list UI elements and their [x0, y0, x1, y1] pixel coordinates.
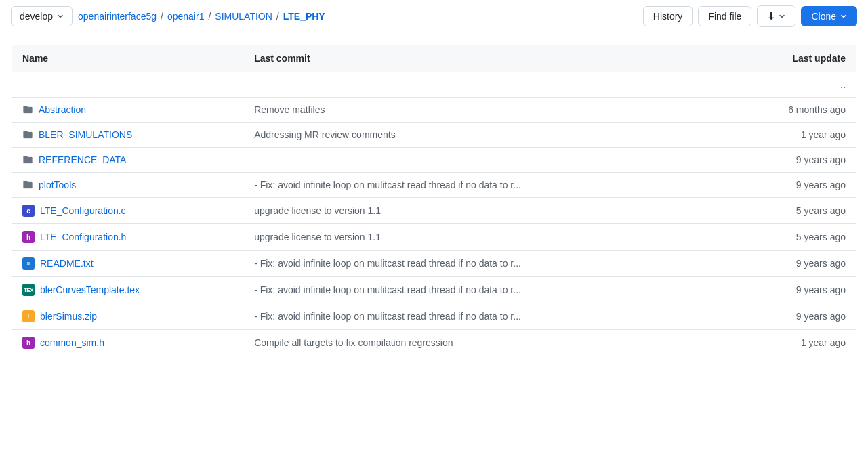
clone-label: Clone	[811, 11, 836, 22]
table-row-parent: ..	[12, 72, 857, 98]
commit-message: - Fix: avoid infinite loop on mulitcast …	[243, 173, 724, 198]
file-link[interactable]: blerSimus.zip	[40, 311, 97, 322]
folder-icon	[22, 104, 33, 115]
last-update: 9 years ago	[724, 277, 857, 303]
branch-label: develop	[20, 11, 53, 22]
col-commit: Last commit	[243, 45, 724, 72]
history-button[interactable]: History	[643, 6, 693, 26]
table-row: h common_sim.h Compile all targets to fi…	[12, 330, 857, 356]
breadcrumb-sep-0: /	[161, 11, 163, 22]
file-link[interactable]: LTE_Configuration.h	[40, 232, 126, 242]
file-table: Name Last commit Last update .. Abstract…	[11, 44, 857, 356]
file-link[interactable]: LTE_Configuration.c	[40, 205, 126, 216]
chevron-down-icon	[840, 13, 847, 20]
col-name: Name	[12, 45, 244, 72]
download-button[interactable]: ⬇	[757, 5, 795, 27]
commit-message: upgrade license to version 1.1	[243, 198, 724, 224]
last-update: 9 years ago	[724, 251, 857, 277]
file-link[interactable]: common_sim.h	[40, 337, 104, 348]
file-name-cell: BLER_SIMULATIONS	[22, 129, 232, 140]
file-name-cell: ≡ README.txt	[22, 257, 232, 270]
last-update: 5 years ago	[724, 224, 857, 251]
branch-dropdown[interactable]: develop	[11, 6, 73, 26]
last-update: 1 year ago	[724, 123, 857, 148]
tex-file-icon: TEX	[22, 284, 35, 296]
breadcrumb-current: LTE_PHY	[283, 11, 325, 22]
file-name-cell: REFERENCE_DATA	[22, 154, 232, 165]
commit-message: Addressing MR review comments	[243, 123, 724, 148]
breadcrumb-link-1[interactable]: openair1	[167, 11, 205, 22]
file-name-cell: h common_sim.h	[22, 337, 232, 349]
commit-message: Remove matfiles	[243, 98, 724, 123]
file-name-cell: TEX blerCurvesTemplate.tex	[22, 284, 232, 296]
find-file-button[interactable]: Find file	[698, 6, 751, 26]
commit-message: Compile all targets to fix compilation r…	[243, 330, 724, 356]
breadcrumb-sep-2: /	[276, 11, 279, 22]
table-row: plotTools - Fix: avoid infinite loop on …	[12, 173, 857, 198]
folder-icon	[22, 154, 33, 165]
file-link[interactable]: BLER_SIMULATIONS	[39, 129, 132, 140]
file-name-cell: plotTools	[22, 179, 232, 190]
last-update: 1 year ago	[724, 330, 857, 356]
top-actions: History Find file ⬇ Clone	[643, 5, 857, 27]
clone-button[interactable]: Clone	[801, 6, 857, 26]
chevron-down-icon	[57, 13, 64, 20]
table-header: Name Last commit Last update	[12, 45, 857, 72]
breadcrumb-link-0[interactable]: openairinterface5g	[78, 11, 157, 22]
file-name-cell: c LTE_Configuration.c	[22, 205, 232, 217]
file-link[interactable]: Abstraction	[39, 104, 86, 115]
commit-message: - Fix: avoid infinite loop on mulitcast …	[243, 251, 724, 277]
table-row: h LTE_Configuration.h upgrade license to…	[12, 224, 857, 251]
last-update: 9 years ago	[724, 148, 857, 173]
table-row: Abstraction Remove matfiles6 months ago	[12, 98, 857, 123]
file-name-cell: ! blerSimus.zip	[22, 310, 232, 322]
file-link[interactable]: REFERENCE_DATA	[39, 154, 126, 165]
breadcrumb-sep-1: /	[208, 11, 211, 22]
folder-icon	[22, 179, 33, 190]
commit-message: - Fix: avoid infinite loop on mulitcast …	[243, 277, 724, 303]
last-update: 9 years ago	[724, 173, 857, 198]
txt-file-icon: ≡	[22, 257, 35, 270]
folder-icon	[22, 129, 33, 140]
download-icon: ⬇	[767, 10, 776, 22]
parent-dir-link[interactable]: ..	[840, 79, 846, 90]
file-link[interactable]: plotTools	[39, 179, 76, 190]
zip-file-icon: !	[22, 310, 35, 322]
chevron-down-icon	[779, 13, 785, 20]
breadcrumb-link-2[interactable]: SIMULATION	[215, 11, 272, 22]
file-name-cell: Abstraction	[22, 104, 232, 115]
file-link[interactable]: README.txt	[40, 258, 94, 269]
h-file-icon: h	[22, 231, 35, 243]
commit-message: upgrade license to version 1.1	[243, 224, 724, 251]
h-file-icon: h	[22, 337, 35, 349]
breadcrumb: openairinterface5g / openair1 / SIMULATI…	[78, 11, 638, 22]
table-row: c LTE_Configuration.c upgrade license to…	[12, 198, 857, 224]
col-update: Last update	[724, 45, 857, 72]
table-row: TEX blerCurvesTemplate.tex - Fix: avoid …	[12, 277, 857, 303]
commit-message	[243, 148, 724, 173]
last-update: 6 months ago	[724, 98, 857, 123]
table-row: ≡ README.txt - Fix: avoid infinite loop …	[12, 251, 857, 277]
last-update: 5 years ago	[724, 198, 857, 224]
last-update: 9 years ago	[724, 303, 857, 330]
file-name-cell: h LTE_Configuration.h	[22, 231, 232, 243]
file-link[interactable]: blerCurvesTemplate.tex	[40, 284, 140, 295]
commit-message: - Fix: avoid infinite loop on mulitcast …	[243, 303, 724, 330]
top-bar: develop openairinterface5g / openair1 / …	[0, 0, 868, 33]
table-row: ! blerSimus.zip - Fix: avoid infinite lo…	[12, 303, 857, 330]
c-file-icon: c	[22, 205, 35, 217]
table-row: REFERENCE_DATA 9 years ago	[12, 148, 857, 173]
table-row: BLER_SIMULATIONS Addressing MR review co…	[12, 123, 857, 148]
